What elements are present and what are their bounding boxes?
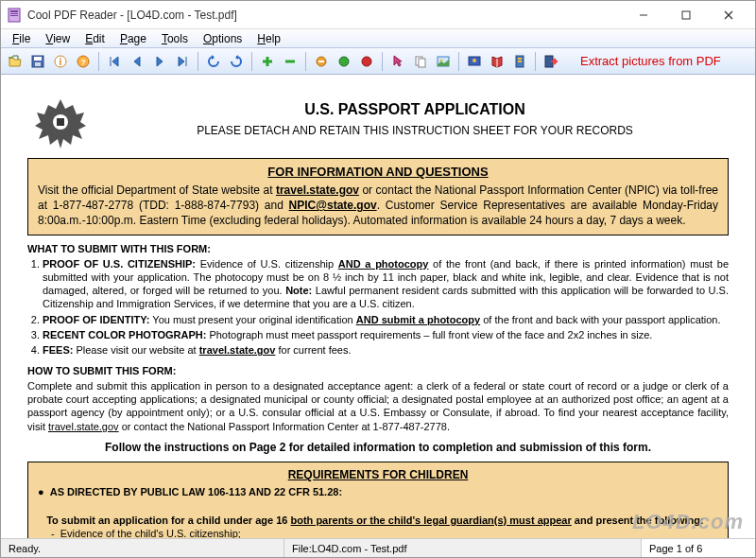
next-page-icon[interactable]: [149, 51, 170, 72]
follow-instructions: Follow the instructions on Page 2 for de…: [27, 441, 729, 454]
window-title: Cool PDF Reader - [LO4D.com - Test.pdf]: [27, 9, 622, 22]
menu-options[interactable]: Options: [196, 30, 249, 47]
requirements-body: ● AS DIRECTED BY PUBLIC LAW 106-113 AND …: [38, 485, 718, 538]
list-item: PROOF OF U.S. CITIZENSHIP: Evidence of U…: [43, 257, 729, 311]
requirements-title: REQUIREMENTS FOR CHILDREN: [38, 468, 718, 481]
list-item: PROOF OF IDENTITY: You must present your…: [43, 313, 729, 326]
link-travel-state[interactable]: travel.state.gov: [276, 183, 359, 197]
svg-rect-2: [10, 13, 18, 14]
svg-text:?: ?: [80, 58, 86, 67]
svg-rect-26: [518, 61, 522, 62]
toolbar-separator: [98, 52, 99, 71]
svg-rect-10: [35, 62, 41, 66]
first-page-icon[interactable]: [104, 51, 125, 72]
svg-rect-1: [10, 10, 18, 12]
document-title: U.S. PASSPORT APPLICATION: [27, 101, 729, 118]
menubar: File View Edit Page Tools Options Help: [1, 29, 755, 48]
toolbar-separator: [305, 52, 306, 71]
last-page-icon[interactable]: [172, 51, 193, 72]
toolbar-hint: Extract pictures from PDF: [580, 54, 721, 68]
close-button[interactable]: [707, 2, 749, 28]
svg-rect-5: [682, 11, 690, 19]
maximize-button[interactable]: [664, 2, 707, 28]
toolbar-separator: [382, 52, 383, 71]
svg-rect-9: [34, 57, 42, 61]
extract-image-icon[interactable]: [433, 51, 454, 72]
info-box-title: FOR INFORMATION AND QUESTIONS: [38, 165, 718, 179]
statusbar: Ready. File: LO4D.com - Test.pdf Page 1 …: [1, 538, 755, 557]
what-submit-heading: WHAT TO SUBMIT WITH THIS FORM:: [27, 243, 729, 254]
titlebar: Cool PDF Reader - [LO4D.com - Test.pdf]: [1, 1, 755, 29]
how-submit-body: Complete and submit this application in …: [27, 379, 729, 433]
copy-icon[interactable]: [410, 51, 431, 72]
help-icon[interactable]: ?: [73, 51, 94, 72]
info-box-body: Visit the official Department of State w…: [38, 183, 718, 229]
zoom-in-icon[interactable]: [257, 51, 278, 72]
pdf-page: U.S. PASSPORT APPLICATION PLEASE DETACH …: [1, 75, 755, 538]
submit-list: PROOF OF U.S. CITIZENSHIP: Evidence of U…: [27, 257, 729, 357]
svg-point-16: [339, 57, 349, 66]
requirements-box: REQUIREMENTS FOR CHILDREN ● AS DIRECTED …: [27, 462, 729, 538]
status-ready: Ready.: [1, 539, 284, 557]
toolbar-separator: [458, 52, 459, 71]
toolbar-separator: [535, 52, 536, 71]
menu-edit[interactable]: Edit: [77, 30, 112, 47]
fit-page-icon[interactable]: [334, 51, 354, 72]
link-npic-email[interactable]: NPIC@state.gov: [289, 199, 377, 212]
save-icon[interactable]: [27, 51, 48, 72]
zoom-out-icon[interactable]: [280, 51, 301, 72]
actual-size-icon[interactable]: [356, 51, 377, 72]
svg-point-17: [362, 57, 371, 66]
svg-text:i: i: [60, 57, 62, 67]
rotate-right-icon[interactable]: [226, 51, 247, 72]
slideshow-icon[interactable]: [464, 51, 485, 72]
toolbar-separator: [198, 52, 198, 71]
select-tool-icon[interactable]: [387, 51, 408, 72]
toolbar-separator: [251, 52, 252, 71]
svg-rect-19: [419, 59, 425, 67]
menu-view[interactable]: View: [38, 30, 77, 47]
menu-help[interactable]: Help: [249, 30, 288, 47]
book-icon[interactable]: [487, 51, 507, 72]
list-item: FEES: Please visit our website at travel…: [43, 343, 729, 357]
minimize-button[interactable]: [622, 2, 664, 28]
toolbar: i ? Extract pictures from PDF: [1, 48, 755, 75]
fit-width-icon[interactable]: [311, 51, 332, 72]
menu-page[interactable]: Page: [112, 30, 154, 47]
exit-icon[interactable]: [541, 51, 561, 72]
app-icon: [7, 8, 22, 23]
menu-tools[interactable]: Tools: [154, 30, 196, 47]
list-item: RECENT COLOR PHOTOGRAPH: Photograph must…: [43, 328, 729, 341]
how-submit-heading: HOW TO SUBMIT THIS FORM:: [27, 365, 729, 376]
document-viewport[interactable]: U.S. PASSPORT APPLICATION PLEASE DETACH …: [1, 75, 755, 538]
info-box: FOR INFORMATION AND QUESTIONS Visit the …: [27, 158, 729, 235]
settings-icon[interactable]: [509, 51, 530, 72]
svg-rect-25: [518, 58, 522, 60]
prev-page-icon[interactable]: [127, 51, 147, 72]
rotate-left-icon[interactable]: [203, 51, 224, 72]
document-subtitle: PLEASE DETACH AND RETAIN THIS INSTRUCTIO…: [27, 124, 729, 137]
status-file: File: LO4D.com - Test.pdf: [284, 539, 642, 557]
status-page: Page 1 of 6: [642, 539, 755, 557]
open-icon[interactable]: [5, 51, 26, 72]
svg-rect-3: [10, 15, 18, 16]
menu-file[interactable]: File: [5, 30, 38, 47]
info-icon[interactable]: i: [50, 51, 71, 72]
app-window: Cool PDF Reader - [LO4D.com - Test.pdf] …: [0, 0, 756, 558]
eagle-seal-icon: [27, 92, 94, 158]
svg-point-23: [472, 59, 476, 62]
